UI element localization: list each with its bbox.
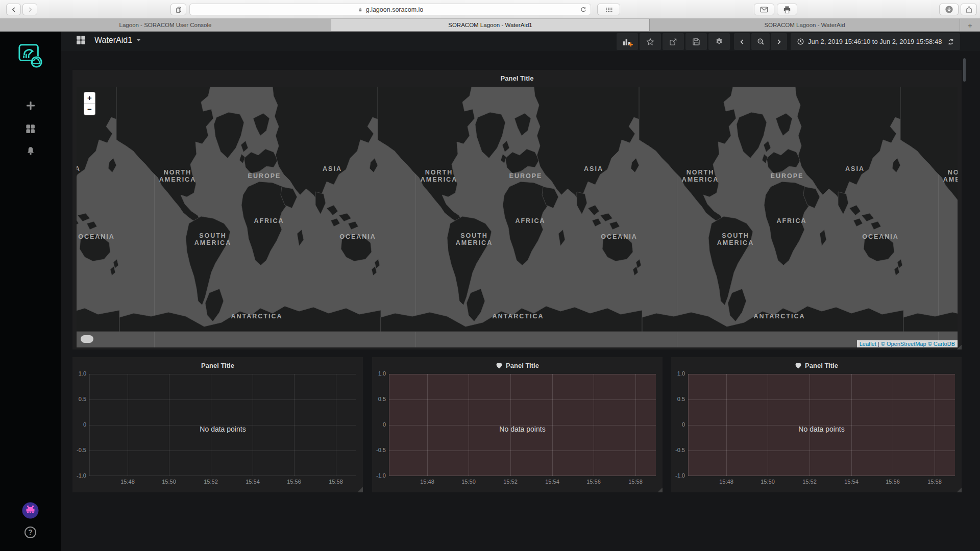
tab-console[interactable]: Lagoon - SORACOM User Console xyxy=(0,19,331,31)
map-legend-toggle[interactable] xyxy=(81,335,93,343)
dashboard-title[interactable]: WaterAid1 xyxy=(94,36,132,45)
no-data-message: No data points xyxy=(89,425,356,433)
panel-title[interactable]: Panel Title xyxy=(372,357,663,374)
url-field[interactable]: g.lagoon.soracom.io xyxy=(189,4,591,15)
tab-overview-icon[interactable] xyxy=(597,4,620,15)
forward-button[interactable] xyxy=(22,4,37,15)
alert-heart-icon xyxy=(496,362,503,369)
leaflet-link[interactable]: Leaflet xyxy=(860,341,876,347)
panel-title[interactable]: Panel Title xyxy=(72,357,363,374)
caret-down-icon[interactable] xyxy=(136,39,141,41)
map-panel: Panel Title xyxy=(72,70,962,349)
panel-resize-handle[interactable] xyxy=(358,487,363,492)
map-attribution: Leaflet | © OpenStreetMap © CartoDB xyxy=(857,340,958,347)
left-sidebar: ? xyxy=(0,32,61,551)
panel-resize-handle[interactable] xyxy=(957,487,962,492)
save-button[interactable] xyxy=(685,33,707,50)
reload-icon[interactable] xyxy=(579,6,587,14)
tab-bar: Lagoon - SORACOM User Console SORACOM La… xyxy=(0,19,980,32)
graph-panel-1: Panel Title No data points 1.0 0.5 0 -0.… xyxy=(72,357,363,492)
grafana-app: ? WaterAid1 xyxy=(0,32,980,551)
new-tab-button[interactable]: + xyxy=(960,19,980,31)
avatar[interactable] xyxy=(0,502,61,519)
downloads-icon[interactable] xyxy=(939,4,959,15)
dashboard-grid-icon[interactable] xyxy=(75,34,87,46)
zoom-in-button[interactable]: + xyxy=(84,92,95,104)
map-zoom-control: + − xyxy=(84,92,95,115)
carto-link[interactable]: © CartoDB xyxy=(928,341,955,347)
settings-gear-icon[interactable] xyxy=(708,33,730,50)
star-button[interactable] xyxy=(640,33,661,50)
dashboard-navbar: WaterAid1 xyxy=(61,32,980,51)
panel-resize-handle[interactable] xyxy=(657,487,663,492)
duplicate-tab-icon[interactable] xyxy=(170,4,186,15)
share-icon[interactable] xyxy=(961,4,977,15)
panel-title[interactable]: Panel Title xyxy=(72,70,962,87)
time-forward-button[interactable] xyxy=(771,33,787,50)
no-data-message: No data points xyxy=(688,425,955,433)
graph-plot[interactable]: No data points xyxy=(389,374,656,476)
help-icon[interactable]: ? xyxy=(0,527,61,538)
graph-panel-3: Panel Title No data points 1.0 0.5 0 -0.… xyxy=(671,357,962,492)
clock-icon xyxy=(797,38,804,45)
graph-plot[interactable]: No data points xyxy=(89,374,356,476)
lock-icon xyxy=(357,6,363,13)
world-map[interactable]: NORTH AMERICA EUROPE ASIA AFRICA SOUTH A… xyxy=(77,87,958,347)
mail-icon[interactable] xyxy=(754,4,774,15)
graph-plot[interactable]: No data points xyxy=(688,374,955,476)
print-icon[interactable] xyxy=(777,4,797,15)
time-range-picker[interactable]: Jun 2, 2019 15:46:10 to Jun 2, 2019 15:5… xyxy=(791,33,948,50)
back-button[interactable] xyxy=(6,4,21,15)
panel-title[interactable]: Panel Title xyxy=(671,357,962,374)
scrollbar-thumb[interactable] xyxy=(963,58,966,82)
time-back-button[interactable] xyxy=(734,33,750,50)
refresh-button[interactable] xyxy=(942,33,960,50)
url-text: g.lagoon.soracom.io xyxy=(366,6,424,13)
tab-wateraid1[interactable]: SORACOM Lagoon - WaterAid1 xyxy=(331,19,650,31)
alerting-bell-icon[interactable] xyxy=(0,145,61,157)
add-panel-button[interactable] xyxy=(617,33,638,50)
add-icon[interactable] xyxy=(0,99,61,112)
tab-wateraid[interactable]: SORACOM Lagoon - WaterAid xyxy=(650,19,960,31)
zoom-out-button[interactable]: − xyxy=(84,104,95,115)
time-zoom-out-button[interactable] xyxy=(751,33,770,50)
share-dashboard-button[interactable] xyxy=(663,33,684,50)
graph-panel-2: Panel Title No data points 1.0 0.5 0 -0.… xyxy=(372,357,663,492)
time-range-text: Jun 2, 2019 15:46:10 to Jun 2, 2019 15:5… xyxy=(808,38,942,45)
browser-toolbar: g.lagoon.soracom.io xyxy=(0,0,980,19)
osm-link[interactable]: © OpenStreetMap xyxy=(881,341,926,347)
lagoon-logo-icon[interactable] xyxy=(0,40,61,70)
no-data-message: No data points xyxy=(389,425,656,433)
alert-heart-icon xyxy=(795,362,802,369)
dashboards-icon[interactable] xyxy=(0,123,61,135)
